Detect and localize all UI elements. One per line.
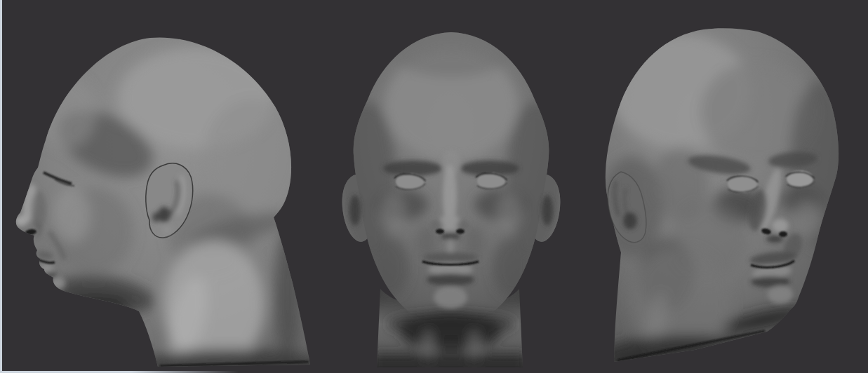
front-upper-lip (422, 252, 479, 262)
front-right-nostril (456, 229, 465, 234)
sculpt-canvas (0, 0, 868, 373)
front-right-ear-shadow (542, 195, 553, 226)
head-front-view (323, 0, 589, 373)
left-edge-border (0, 0, 2, 373)
front-chin-highlight (434, 286, 467, 308)
head-left-profile-view (0, 0, 323, 373)
quarter-right-nostril (779, 231, 787, 237)
quarter-ear-concha-shadow (623, 212, 637, 229)
quarter-head-shading (600, 34, 853, 373)
quarter-chin-highlight (768, 285, 793, 304)
head-three-quarter-view (589, 0, 868, 373)
front-left-nostril (436, 229, 444, 234)
front-left-ear-shadow (349, 195, 361, 226)
